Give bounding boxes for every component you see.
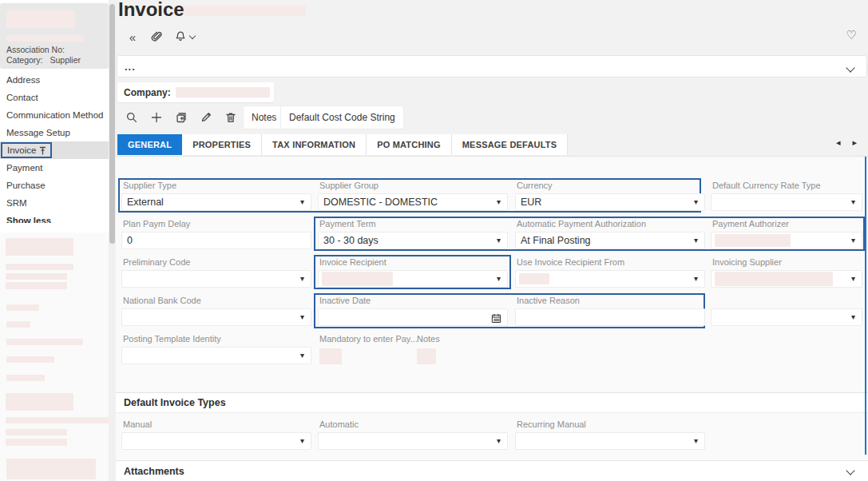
sidebar-scrollbar[interactable] bbox=[109, 0, 116, 481]
inactive-date-input[interactable] bbox=[318, 308, 508, 326]
invoicing-supplier-select[interactable]: ▾ bbox=[711, 270, 862, 288]
sidebar-item-purchase[interactable]: Purchase bbox=[0, 177, 109, 194]
notes-checkbox-label: Notes bbox=[417, 334, 440, 344]
posting-template-identity-select[interactable]: ▾ bbox=[121, 347, 311, 364]
page-title: Invoice bbox=[118, 0, 184, 21]
sidebar-item-srm[interactable]: SRM bbox=[0, 194, 109, 212]
sidebar-item-message-setup[interactable]: Message Setup bbox=[0, 124, 109, 141]
payment-authorizer-select[interactable]: ▾ bbox=[711, 232, 862, 249]
redacted-block bbox=[6, 238, 73, 256]
notifications-dropdown[interactable] bbox=[186, 26, 199, 47]
association-no-label: Association No: bbox=[6, 45, 65, 54]
currency-select[interactable]: EUR ▾ bbox=[515, 193, 705, 211]
use-invoice-recipient-from-select[interactable]: ▾ bbox=[515, 270, 705, 288]
sidebar-item-address[interactable]: Address bbox=[0, 71, 109, 89]
invoice-recipient-select[interactable]: ▾ bbox=[318, 270, 508, 288]
plan-paym-delay-input[interactable]: 0 bbox=[121, 232, 311, 249]
sidebar-item-contact[interactable]: Contact bbox=[0, 89, 109, 106]
panel-scroll-indicator[interactable] bbox=[865, 157, 866, 455]
collapse-button[interactable]: « bbox=[122, 26, 143, 47]
manual-select[interactable]: ▾ bbox=[121, 432, 311, 450]
attachments-section-header[interactable]: Attachments bbox=[116, 460, 868, 481]
chevron-down-icon bbox=[846, 63, 854, 72]
ellipsis-label: ... bbox=[125, 61, 136, 73]
default-currency-rate-type-label: Default Currency Rate Type bbox=[712, 181, 821, 190]
invoice-page: Association No: Category: Supplier Addre… bbox=[0, 0, 868, 481]
inactive-reason-input[interactable] bbox=[515, 308, 705, 326]
default-invoice-types-section-header: Default Invoice Types bbox=[116, 392, 868, 413]
scrollbar-thumb[interactable] bbox=[109, 4, 115, 244]
sidebar-item-invoice-box: Invoice bbox=[1, 142, 52, 158]
collapsed-section-bar[interactable]: ... bbox=[117, 55, 867, 78]
supplier-type-label: Supplier Type bbox=[123, 181, 176, 190]
redacted-supplier-id bbox=[6, 35, 84, 42]
preliminary-code-label: Preliminary Code bbox=[123, 257, 190, 267]
manual-label: Manual bbox=[123, 419, 152, 429]
favorite-button[interactable]: ♡ bbox=[846, 28, 857, 42]
tab-scroll-right-icon[interactable]: ▸ bbox=[847, 137, 862, 147]
pencil-icon bbox=[200, 111, 212, 124]
dropdown-caret-icon: ▾ bbox=[851, 312, 855, 321]
calendar-icon[interactable] bbox=[491, 312, 501, 327]
supplier-type-select[interactable]: External ▾ bbox=[121, 193, 311, 211]
payment-term-select[interactable]: 30 - 30 days ▾ bbox=[318, 232, 508, 249]
dropdown-caret-icon: ▾ bbox=[851, 274, 855, 283]
main-content: Invoice « ♡ ... Company: bbox=[116, 0, 868, 481]
default-currency-rate-type-select[interactable]: ▾ bbox=[711, 193, 862, 211]
dropdown-caret-icon: ▾ bbox=[497, 197, 501, 206]
sidebar-item-label: Invoice bbox=[7, 143, 36, 157]
category-label: Category: bbox=[6, 55, 43, 65]
mandatory-to-enter-payment-checkbox[interactable] bbox=[319, 348, 342, 364]
tab-properties[interactable]: PROPERTIES bbox=[182, 134, 262, 155]
sidebar-item-communication-method[interactable]: Communication Method bbox=[0, 106, 109, 124]
tab-tax-information[interactable]: TAX INFORMATION bbox=[262, 134, 367, 155]
tab-general[interactable]: GENERAL bbox=[117, 134, 182, 155]
dropdown-caret-icon: ▾ bbox=[300, 436, 304, 445]
redacted-value bbox=[715, 272, 833, 286]
dropdown-caret-icon: ▾ bbox=[694, 436, 698, 445]
search-button[interactable] bbox=[121, 107, 142, 128]
chevron-down-icon bbox=[846, 466, 854, 475]
redacted-value bbox=[322, 272, 393, 286]
dropdown-caret-icon: ▾ bbox=[851, 197, 855, 206]
inactive-reason-label: Inactive Reason bbox=[517, 296, 580, 305]
payment-term-label: Payment Term bbox=[319, 219, 376, 229]
supplier-group-select[interactable]: DOMESTIC - DOMESTIC ▾ bbox=[318, 193, 508, 211]
double-chevron-left-icon: « bbox=[129, 30, 136, 44]
national-bank-code-select[interactable]: ▾ bbox=[121, 308, 311, 326]
tab-scroll-arrows: ◂ ▸ bbox=[831, 137, 862, 148]
unlabeled-select[interactable]: ▾ bbox=[711, 308, 862, 326]
add-button[interactable] bbox=[146, 107, 167, 128]
delete-button[interactable] bbox=[220, 107, 241, 128]
plan-paym-delay-label: Plan Paym Delay bbox=[123, 219, 190, 229]
tab-po-matching[interactable]: PO MATCHING bbox=[367, 134, 452, 155]
preliminary-code-select[interactable]: ▾ bbox=[121, 270, 311, 288]
copy-button[interactable] bbox=[171, 107, 192, 128]
tab-scroll-left-icon[interactable]: ◂ bbox=[831, 137, 846, 147]
sidebar-lower-redacted-area bbox=[0, 223, 109, 481]
redacted-supplier-name bbox=[6, 10, 75, 28]
default-invoice-types-title: Default Invoice Types bbox=[124, 397, 226, 408]
notes-button[interactable]: Notes bbox=[243, 105, 285, 129]
redacted-title-suffix bbox=[184, 6, 306, 16]
default-cost-code-string-button[interactable]: Default Cost Code String bbox=[280, 105, 404, 129]
company-label: Company: bbox=[124, 87, 171, 98]
attachment-button[interactable] bbox=[146, 26, 167, 47]
notes-checkbox[interactable] bbox=[417, 348, 436, 364]
dropdown-caret-icon: ▾ bbox=[300, 312, 304, 321]
tab-message-defaults[interactable]: MESSAGE DEFAULTS bbox=[452, 134, 569, 155]
chevron-down-icon bbox=[189, 32, 196, 38]
redacted-block bbox=[6, 459, 96, 479]
automatic-payment-authorization-select[interactable]: At Final Posting ▾ bbox=[515, 232, 705, 249]
edit-button[interactable] bbox=[196, 107, 216, 128]
automatic-select[interactable]: ▾ bbox=[318, 432, 508, 450]
plus-icon bbox=[150, 111, 163, 124]
use-invoice-recipient-from-label: Use Invoice Recipient From bbox=[517, 257, 624, 267]
divider bbox=[0, 223, 109, 233]
recurring-manual-select[interactable]: ▾ bbox=[515, 432, 705, 450]
sidebar-item-payment[interactable]: Payment bbox=[0, 159, 109, 177]
sidebar-item-invoice[interactable]: Invoice bbox=[0, 141, 109, 159]
redacted-block bbox=[6, 375, 45, 381]
dropdown-caret-icon: ▾ bbox=[851, 236, 855, 244]
dropdown-caret-icon: ▾ bbox=[497, 274, 501, 283]
